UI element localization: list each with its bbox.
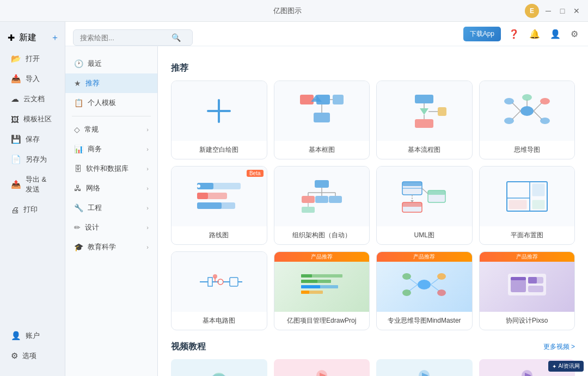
maximize-button[interactable]: □ — [558, 6, 567, 16]
video-thumb-3 — [413, 367, 435, 376]
template-card-new-blank[interactable]: 新建空白绘图 — [171, 81, 267, 159]
edrawproj-preview — [300, 269, 344, 301]
download-app-button[interactable]: 下载App — [463, 27, 501, 41]
mindmaster-preview — [402, 268, 446, 301]
design-arrow: › — [146, 224, 149, 231]
notification-icon[interactable]: 🔔 — [527, 27, 542, 41]
video-item-1[interactable] — [171, 359, 267, 376]
template-label-edrawproj: 亿图项目管理EdrawProj — [274, 312, 370, 330]
template-card-img-mindmaster: 产品推荐 — [377, 252, 472, 312]
svg-rect-76 — [301, 280, 317, 283]
product-badge-mindmaster: 产品推荐 — [377, 252, 472, 262]
template-card-img-basic-frame — [274, 81, 370, 141]
watermark-text: AI资讯网 — [559, 362, 580, 370]
print-icon: 🖨 — [11, 205, 19, 214]
new-button[interactable]: ✚ 新建 — [3, 27, 48, 48]
template-card-basic-flow[interactable]: 基本流程图 — [376, 81, 473, 159]
sidebar-item-cloud[interactable]: ☁ 云文档 — [3, 89, 62, 109]
help-icon[interactable]: ❓ — [506, 27, 522, 41]
template-card-edrawproj[interactable]: 产品推荐 — [274, 251, 370, 330]
content-area: 推荐 新建空白绘图 — [158, 46, 588, 376]
gear-icon[interactable]: ⚙ — [568, 27, 580, 41]
engineering-arrow: › — [146, 205, 149, 211]
sidebar-item-saveas[interactable]: 📄 另存为 — [3, 150, 62, 169]
svg-rect-2 — [300, 95, 314, 104]
svg-line-22 — [534, 103, 542, 111]
sidebar-item-export[interactable]: 📤 导出 & 发送 — [3, 170, 62, 199]
new-plus-button[interactable]: ＋ — [48, 32, 62, 45]
design-icon: ✏ — [74, 223, 81, 232]
video-item-3[interactable] — [376, 359, 473, 376]
svg-rect-78 — [301, 291, 309, 294]
sidebar-item-save[interactable]: 💾 保存 — [3, 130, 62, 149]
sidebar-item-settings[interactable]: ⚙ 选项 — [3, 346, 62, 366]
cat-item-general[interactable]: ◇ 常规 › — [65, 120, 157, 139]
template-card-route-map[interactable]: Beta 路线图 — [171, 166, 267, 245]
new-label: 新建 — [19, 32, 36, 44]
svg-rect-61 — [532, 200, 544, 209]
cat-business-label: 商务 — [88, 144, 102, 154]
sidebar-item-account[interactable]: 👤 账户 — [3, 326, 62, 346]
cat-item-design[interactable]: ✏ 设计 › — [65, 218, 157, 237]
template-card-uml[interactable]: UML图 — [376, 166, 473, 245]
sidebar-item-template[interactable]: 🖼 模板社区 — [3, 109, 62, 129]
template-card-mindmaster[interactable]: 产品推荐 — [376, 251, 473, 330]
cat-item-education[interactable]: 🎓 教育科学 › — [65, 237, 157, 257]
video-item-2[interactable] — [274, 359, 370, 376]
template-card-circuit[interactable]: 基本电路图 — [171, 251, 267, 330]
close-button[interactable]: ✕ — [572, 6, 581, 16]
template-icon: 🖼 — [11, 115, 19, 124]
cat-item-business[interactable]: 📊 商务 › — [65, 139, 157, 159]
template-card-floor-plan[interactable]: 平面布置图 — [479, 166, 575, 245]
sidebar-item-print[interactable]: 🖨 打印 — [3, 200, 62, 219]
svg-rect-63 — [208, 278, 212, 286]
search-input[interactable] — [80, 34, 167, 42]
svg-rect-47 — [402, 182, 422, 186]
template-card-pixso[interactable]: 产品推荐 协同设计Pixso — [479, 251, 575, 330]
import-label: 导入 — [26, 74, 40, 84]
template-label: 模板社区 — [23, 114, 52, 124]
search-bar[interactable]: 🔍 — [73, 29, 193, 46]
sidebar-item-import[interactable]: 📥 导入 — [3, 69, 62, 89]
cat-recommend-label: 推荐 — [85, 78, 100, 88]
video-section-title: 视频教程 — [171, 341, 206, 353]
cat-item-network[interactable]: 🖧 网络 › — [65, 178, 157, 198]
mind-map-icon — [503, 92, 552, 130]
template-card-mind-map[interactable]: 思维导图 — [479, 81, 575, 159]
svg-rect-33 — [197, 202, 222, 209]
minimize-button[interactable]: ─ — [543, 6, 553, 16]
svg-line-55 — [422, 188, 428, 194]
sidebar-item-open[interactable]: 📂 打开 — [3, 49, 62, 69]
svg-line-86 — [431, 285, 439, 291]
watermark: ✦ AI资讯网 — [548, 361, 584, 372]
software-arrow: › — [146, 165, 149, 172]
cat-item-recommend[interactable]: ★ 推荐 — [65, 73, 157, 93]
cat-item-recent[interactable]: 🕐 最近 — [65, 54, 157, 73]
titlebar: 亿图图示 E ─ □ ✕ — [0, 0, 588, 22]
template-grid: 新建空白绘图 — [171, 81, 575, 330]
plus-icon — [203, 95, 235, 127]
avatar[interactable]: E — [525, 4, 539, 18]
svg-line-20 — [512, 111, 520, 119]
template-card-img-route-map: Beta — [171, 167, 267, 226]
business-arrow: › — [146, 146, 149, 152]
more-video-link[interactable]: 更多视频 > — [543, 342, 575, 352]
org-chart-icon — [297, 177, 346, 215]
template-card-basic-frame[interactable]: 基本框图 — [274, 81, 370, 159]
top-bar: 🔍 下载App ❓ 🔔 👤 ⚙ — [65, 22, 588, 46]
template-label-mindmaster: 专业思维导图MindMaster — [377, 312, 472, 330]
template-card-img-edrawproj: 产品推荐 — [274, 252, 370, 312]
svg-point-34 — [197, 184, 200, 188]
user-icon[interactable]: 👤 — [548, 27, 563, 41]
cat-item-software[interactable]: 🗄 软件和数据库 › — [65, 159, 157, 178]
cat-item-engineering[interactable]: 🔧 工程 › — [65, 198, 157, 218]
svg-point-21 — [504, 118, 514, 124]
svg-point-87 — [437, 289, 446, 296]
cat-design-label: 设计 — [85, 223, 99, 232]
template-card-org-chart[interactable]: 组织架构图（自动） — [274, 166, 370, 245]
cat-item-personal[interactable]: 📋 个人模板 — [65, 93, 157, 113]
pixso-preview — [505, 268, 549, 301]
save-label: 保存 — [26, 134, 40, 144]
search-icon: 🔍 — [171, 33, 181, 42]
video-thumb-2 — [311, 367, 333, 376]
